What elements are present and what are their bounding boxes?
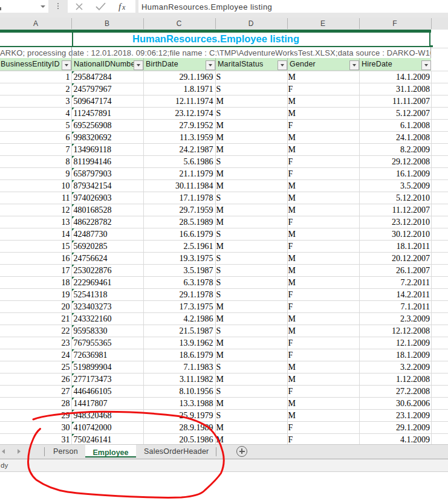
svg-text:x: x	[122, 3, 126, 11]
